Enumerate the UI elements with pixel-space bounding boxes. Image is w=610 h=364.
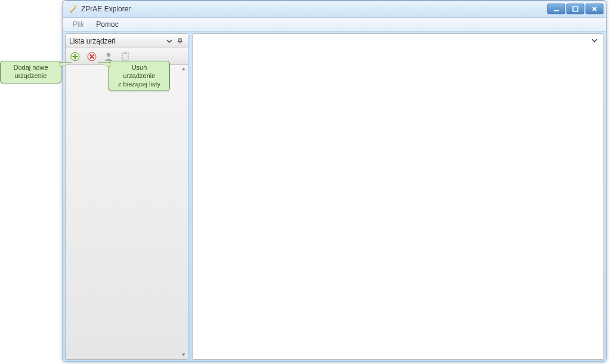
user-icon <box>103 51 114 62</box>
scroll-down-icon[interactable]: ▼ <box>181 352 187 358</box>
delete-device-button[interactable] <box>86 51 98 63</box>
tooltip-delete-text: Usuń urządzenie z bieżącej listy <box>118 64 160 88</box>
app-window: ZPrAE Explorer Plik Pomoc Lista urządzeń <box>63 0 606 362</box>
content-dropdown-icon[interactable] <box>592 38 597 45</box>
clipboard-icon <box>120 52 130 61</box>
svg-rect-13 <box>122 53 128 60</box>
pin-icon[interactable] <box>176 37 184 45</box>
titlebar[interactable]: ZPrAE Explorer <box>63 1 606 17</box>
tooltip-add-text: Dodaj nowe urządzenie <box>13 64 48 79</box>
svg-rect-14 <box>124 52 126 54</box>
menubar: Plik Pomoc <box>63 17 606 32</box>
close-button[interactable] <box>586 4 603 14</box>
content-area <box>192 33 604 360</box>
svg-point-1 <box>74 5 76 8</box>
svg-rect-8 <box>73 56 78 57</box>
window-title: ZPrAE Explorer <box>81 5 547 13</box>
delete-icon <box>87 52 97 61</box>
window-controls <box>547 4 603 14</box>
menu-file[interactable]: Plik <box>67 19 90 30</box>
plus-icon <box>70 52 80 61</box>
tooltip-add-device: Dodaj nowe urządzenie <box>0 61 61 83</box>
maximize-button[interactable] <box>566 4 584 14</box>
menu-help[interactable]: Pomoc <box>90 19 124 30</box>
svg-point-12 <box>107 52 110 56</box>
panel-title: Lista urządzeń <box>69 37 163 45</box>
add-device-button[interactable] <box>69 51 81 63</box>
minimize-button[interactable] <box>547 4 565 14</box>
panel-header: Lista urządzeń <box>66 34 188 48</box>
scroll-up-icon[interactable]: ▲ <box>181 66 187 72</box>
svg-rect-0 <box>70 7 76 13</box>
panel-dropdown-icon[interactable] <box>165 37 174 45</box>
svg-rect-3 <box>573 7 578 11</box>
svg-rect-2 <box>554 10 559 11</box>
tooltip-delete-device: Usuń urządzenie z bieżącej listy <box>109 61 170 91</box>
app-icon <box>68 4 78 14</box>
device-list-body: ▲ ▼ <box>66 65 188 359</box>
